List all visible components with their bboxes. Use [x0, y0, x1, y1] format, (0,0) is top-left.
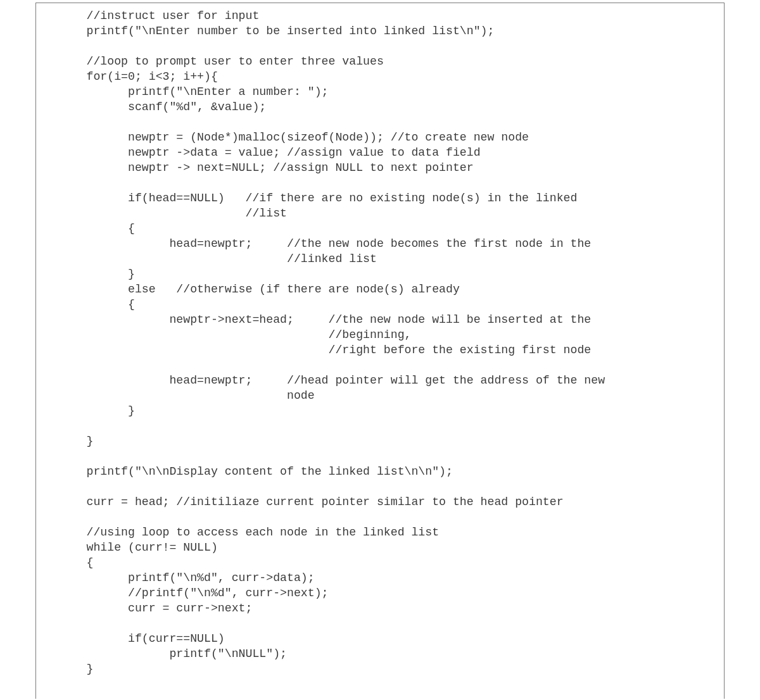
page: //instruct user for input printf("\nEnte…	[0, 0, 760, 700]
code-block: //instruct user for input printf("\nEnte…	[45, 8, 715, 677]
code-frame: //instruct user for input printf("\nEnte…	[35, 3, 725, 699]
